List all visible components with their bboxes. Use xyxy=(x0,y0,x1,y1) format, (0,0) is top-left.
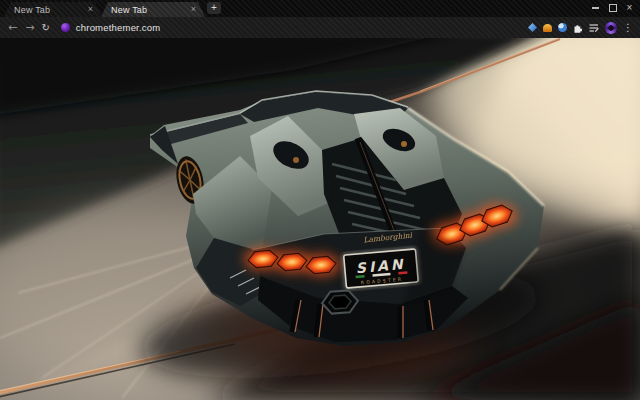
forward-icon[interactable]: → xyxy=(25,22,34,33)
license-plate: SIAN ROADSTER xyxy=(344,249,419,288)
tab-label: New Tab xyxy=(4,5,88,15)
reading-list-icon[interactable] xyxy=(589,23,599,33)
profile-avatar-icon[interactable] xyxy=(605,22,617,34)
address-bar-url[interactable]: chromethemer.com xyxy=(76,22,161,33)
extension-orange-icon[interactable] xyxy=(543,24,552,32)
maximize-button[interactable] xyxy=(604,1,621,14)
browser-window: New Tab × New Tab × + × ← → ↻ chromethem… xyxy=(0,0,640,400)
maximize-icon xyxy=(609,4,617,12)
tab-new-tab-2[interactable]: New Tab × xyxy=(101,2,205,17)
new-tab-page: Lamborghini SIAN ROADSTER xyxy=(0,38,640,400)
new-tab-button[interactable]: + xyxy=(207,2,221,14)
tab-new-tab-1[interactable]: New Tab × xyxy=(4,2,102,17)
extensions-puzzle-icon[interactable] xyxy=(573,23,583,33)
wallpaper-lamborghini-sian: Lamborghini SIAN ROADSTER xyxy=(0,38,640,400)
window-controls: × xyxy=(587,1,638,14)
site-favicon xyxy=(61,23,70,32)
menu-kebab-icon[interactable]: ⋮ xyxy=(623,23,633,33)
tab-close-icon[interactable]: × xyxy=(88,5,102,14)
back-icon[interactable]: ← xyxy=(8,22,17,33)
extension-blue-icon[interactable] xyxy=(528,23,537,32)
tab-strip: New Tab × New Tab × + × xyxy=(0,0,640,17)
extension-globe-icon[interactable] xyxy=(558,23,567,32)
reload-icon[interactable]: ↻ xyxy=(41,23,49,33)
toolbar-right-icons: ⋮ xyxy=(528,22,633,34)
tab-label: New Tab xyxy=(101,5,191,15)
toolbar: ← → ↻ chromethemer.com ⋮ xyxy=(0,17,640,39)
minimize-button[interactable] xyxy=(587,1,604,14)
close-button[interactable]: × xyxy=(621,1,638,14)
minimize-icon xyxy=(592,7,599,9)
tab-close-icon[interactable]: × xyxy=(191,5,205,14)
